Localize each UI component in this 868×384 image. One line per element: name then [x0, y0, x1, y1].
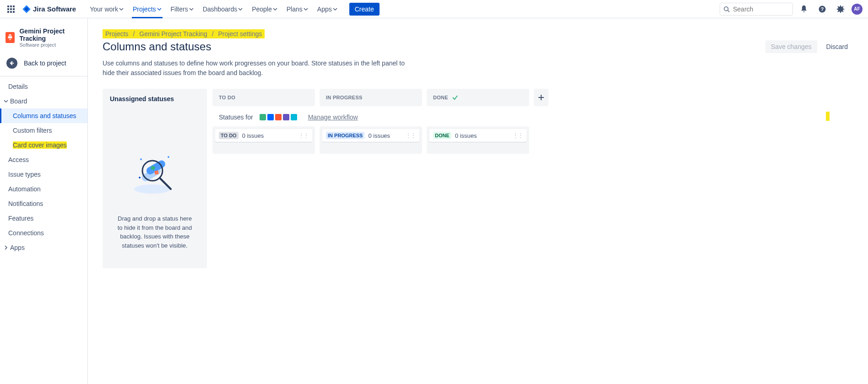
svg-rect-8 — [13, 11, 15, 13]
manage-workflow-link[interactable]: Manage workflow — [308, 114, 358, 121]
statuses-for-label: Statuses for — [219, 114, 253, 121]
status-card-todo[interactable]: TO DO 0 issues ⋮⋮ — [215, 129, 312, 142]
top-navigation: Jira Software Your work Projects Filters… — [0, 0, 868, 18]
help-icon[interactable]: ? — [815, 2, 830, 16]
empty-state-text: Drag and drop a status here to hide it f… — [112, 214, 198, 250]
nav-your-work[interactable]: Your work — [85, 0, 128, 18]
check-icon — [452, 94, 458, 101]
svg-point-9 — [724, 6, 728, 11]
breadcrumb-settings[interactable]: Project settings — [218, 30, 262, 38]
plus-icon — [537, 94, 545, 101]
svg-text:?: ? — [821, 6, 824, 12]
column-header-todo[interactable]: TO DO — [212, 89, 315, 106]
svg-rect-2 — [13, 5, 15, 7]
nav-projects[interactable]: Projects — [128, 0, 166, 18]
chevron-down-icon — [4, 99, 8, 103]
breadcrumb: Projects / Gemini Project Tracking / Pro… — [103, 29, 265, 38]
column-body-todo[interactable]: TO DO 0 issues ⋮⋮ — [212, 126, 315, 154]
issue-type-task-icon[interactable] — [267, 114, 274, 120]
back-arrow-icon — [6, 58, 17, 69]
unassigned-statuses-panel: Unassigned statuses — [103, 89, 207, 268]
page-description: Use columns and statuses to define how w… — [103, 59, 405, 78]
column-body-inprogress[interactable]: IN PROGRESS 0 issues ⋮⋮ — [320, 126, 422, 154]
sidebar-access[interactable]: Access — [0, 152, 87, 167]
nav-apps[interactable]: Apps — [313, 0, 342, 18]
nav-dashboards[interactable]: Dashboards — [198, 0, 248, 18]
issue-type-icons — [260, 114, 297, 120]
issue-type-story-icon[interactable] — [260, 114, 266, 120]
svg-point-13 — [134, 184, 171, 194]
drag-handle-icon[interactable]: ⋮⋮ — [406, 132, 416, 139]
settings-icon[interactable] — [833, 2, 848, 16]
chevron-right-icon — [4, 245, 8, 250]
page-title: Columns and statuses — [103, 40, 211, 53]
search-box — [720, 3, 793, 16]
sidebar-notifications[interactable]: Notifications — [0, 196, 87, 211]
product-name: Jira Software — [33, 5, 76, 13]
sidebar-custom-filters[interactable]: Custom filters — [0, 123, 87, 138]
sidebar-card-cover[interactable]: Card cover images — [0, 138, 87, 152]
add-column-button[interactable] — [534, 89, 548, 106]
save-changes-button[interactable]: Save changes — [765, 40, 817, 53]
sidebar-apps[interactable]: Apps — [0, 240, 87, 255]
back-to-project[interactable]: Back to project — [0, 53, 87, 73]
project-header: Gemini Project Tracking Software project — [0, 18, 87, 53]
search-icon — [723, 6, 730, 12]
svg-rect-5 — [13, 8, 15, 10]
breadcrumb-projects[interactable]: Projects — [105, 30, 129, 38]
jira-logo[interactable]: Jira Software — [18, 5, 80, 14]
user-avatar[interactable]: AF — [852, 4, 863, 15]
column-header-inprogress[interactable]: IN PROGRESS — [320, 89, 422, 106]
drag-handle-icon[interactable]: ⋮⋮ — [298, 132, 309, 139]
nav-people[interactable]: People — [247, 0, 282, 18]
status-card-done[interactable]: DONE 0 issues ⋮⋮ — [429, 129, 526, 142]
nav-items: Your work Projects Filters Dashboards Pe… — [85, 0, 342, 18]
sidebar-automation[interactable]: Automation — [0, 182, 87, 196]
project-type: Software project — [19, 42, 82, 48]
column-body-done[interactable]: DONE 0 issues ⋮⋮ — [427, 126, 529, 154]
breadcrumb-project[interactable]: Gemini Project Tracking — [139, 30, 207, 38]
sidebar-features[interactable]: Features — [0, 211, 87, 226]
sidebar-issue-types[interactable]: Issue types — [0, 167, 87, 182]
svg-rect-4 — [10, 8, 12, 10]
svg-rect-6 — [7, 11, 9, 13]
discard-button[interactable]: Discard — [821, 40, 853, 53]
svg-rect-0 — [7, 5, 9, 7]
app-switcher-icon[interactable] — [5, 4, 16, 15]
nav-filters[interactable]: Filters — [166, 0, 198, 18]
svg-rect-3 — [7, 8, 9, 10]
project-icon — [5, 32, 15, 43]
column-header-done[interactable]: DONE — [427, 89, 529, 106]
unassigned-title: Unassigned statuses — [103, 89, 207, 109]
project-name: Gemini Project Tracking — [19, 27, 82, 42]
issue-type-subtask-icon[interactable] — [291, 114, 297, 120]
create-button[interactable]: Create — [349, 3, 380, 16]
sidebar-columns-statuses[interactable]: Columns and statuses — [0, 108, 87, 123]
issue-type-epic-icon[interactable] — [283, 114, 289, 120]
highlight-mark — [826, 112, 830, 121]
nav-plans[interactable]: Plans — [282, 0, 313, 18]
status-card-inprogress[interactable]: IN PROGRESS 0 issues ⋮⋮ — [322, 129, 419, 142]
svg-rect-7 — [10, 11, 12, 13]
sidebar-board[interactable]: Board — [0, 94, 87, 108]
sidebar-connections[interactable]: Connections — [0, 226, 87, 240]
sidebar-details[interactable]: Details — [0, 79, 87, 94]
drag-handle-icon[interactable]: ⋮⋮ — [513, 132, 523, 139]
issue-type-bug-icon[interactable] — [275, 114, 282, 120]
empty-state-illustration — [127, 146, 182, 200]
main-content: Projects / Gemini Project Tracking / Pro… — [88, 18, 868, 384]
svg-line-10 — [728, 10, 730, 12]
search-input[interactable] — [720, 3, 793, 16]
notifications-icon[interactable] — [797, 2, 811, 16]
svg-rect-1 — [10, 5, 12, 7]
svg-point-18 — [140, 158, 142, 160]
sidebar: Gemini Project Tracking Software project… — [0, 18, 88, 384]
